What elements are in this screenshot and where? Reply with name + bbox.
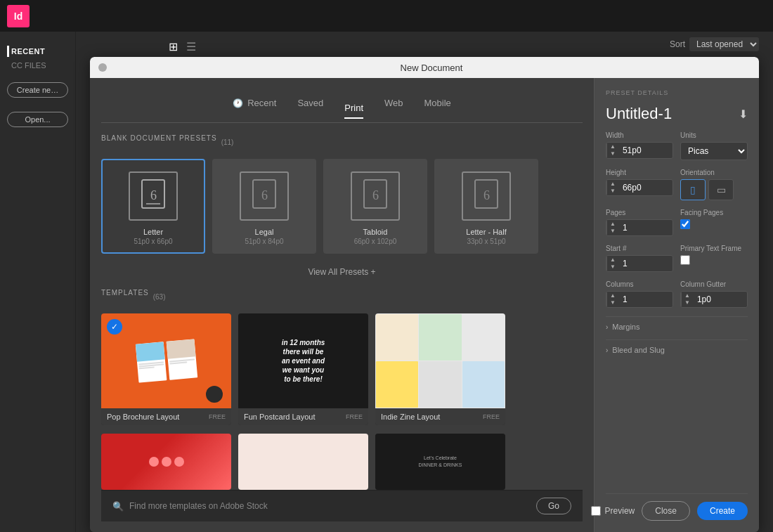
start-down-button[interactable]: ▼ (607, 264, 618, 271)
preset-letter-half[interactable]: 6 Letter - Half 33p0 x 51p0 (434, 159, 538, 254)
width-input-wrap: ▲ ▼ (606, 142, 673, 159)
template-bottom-2[interactable] (238, 434, 368, 490)
template-pop-brochure-info: Pop Brochure Layout FREE (101, 408, 231, 425)
sidebar-item-cc-files[interactable]: CC FILES (7, 60, 68, 71)
blank-presets-count: (11) (221, 138, 234, 146)
content-area: ⊞ ☰ Sort Last opened New Document (76, 32, 773, 532)
template-fun-postcard[interactable]: in 12 monthsthere will bean event andwe … (238, 313, 368, 425)
height-spinner[interactable]: ▲ ▼ (606, 181, 618, 195)
template-bottom-3[interactable]: Let's CelebrateDINNER & DRINKS (375, 434, 505, 490)
brochure-page-2-text (167, 356, 196, 366)
fun-postcard-name: Fun Postcard Layout (244, 413, 316, 421)
width-spinner[interactable]: ▲ ▼ (606, 143, 618, 157)
traffic-light-close[interactable] (98, 63, 107, 72)
start-spinner[interactable]: ▲ ▼ (606, 257, 618, 271)
search-bar: 🔍 Find more templates on Adobe Stock Go (101, 490, 583, 521)
dialog-body: 🕐 Recent Saved Print Web (90, 78, 759, 532)
preview-checkbox[interactable] (591, 506, 601, 516)
svg-text:6: 6 (483, 188, 490, 202)
brochure-page-2 (166, 339, 197, 379)
column-gutter-input[interactable] (693, 292, 747, 307)
download-icon-button[interactable]: ⬇ (739, 108, 748, 121)
app-icon: Id (7, 5, 30, 27)
form-field-units: Units Picas (680, 131, 748, 160)
column-gutter-spinner[interactable]: ▲ ▼ (681, 292, 693, 306)
template-bottom-2-thumb (238, 434, 368, 490)
templates-grid: ✓ Pop Brochure Layout FREE (101, 313, 583, 425)
sort-select[interactable]: Last opened (689, 37, 759, 51)
tab-recent-label: Recent (247, 98, 276, 108)
width-up-button[interactable]: ▲ (607, 143, 618, 150)
pages-down-button[interactable]: ▼ (607, 228, 618, 235)
form-field-height: Height ▲ ▼ (606, 169, 673, 196)
columns-up-button[interactable]: ▲ (607, 292, 618, 299)
pages-up-button[interactable]: ▲ (607, 221, 618, 228)
close-button[interactable]: Close (642, 501, 690, 521)
start-up-button[interactable]: ▲ (607, 257, 618, 264)
form-row-columns: Columns ▲ ▼ Column Gutter (606, 280, 748, 308)
height-input-wrap: ▲ ▼ (606, 179, 673, 196)
units-select[interactable]: Picas (680, 142, 748, 160)
template-indie-zine[interactable]: Indie Zine Layout FREE (375, 313, 505, 425)
bleed-slug-header[interactable]: › Bleed and Slug (606, 346, 748, 354)
width-input[interactable] (618, 143, 673, 158)
pages-input-wrap: ▲ ▼ (606, 219, 673, 236)
template-fun-postcard-thumb: in 12 monthsthere will bean event andwe … (238, 313, 368, 408)
pages-spinner[interactable]: ▲ ▼ (606, 221, 618, 235)
main-layout: RECENT CC FILES Create ne… Open... ⊞ ☰ S… (0, 32, 773, 532)
primary-text-frame-checkbox-row (680, 255, 748, 265)
create-new-button[interactable]: Create ne… (7, 82, 68, 98)
primary-text-frame-checkbox[interactable] (680, 255, 690, 265)
columns-label: Columns (606, 280, 673, 288)
height-input[interactable] (618, 180, 673, 195)
column-gutter-down-button[interactable]: ▼ (682, 299, 693, 306)
columns-down-button[interactable]: ▼ (607, 299, 618, 306)
template-pop-brochure[interactable]: ✓ Pop Brochure Layout FREE (101, 313, 231, 425)
facing-pages-checkbox-row (680, 219, 748, 229)
height-up-button[interactable]: ▲ (607, 181, 618, 188)
primary-text-frame-label: Primary Text Frame (680, 245, 748, 252)
list-view-button[interactable]: ☰ (185, 39, 197, 55)
portrait-orientation-button[interactable]: ▯ (680, 179, 706, 200)
sidebar-item-recent[interactable]: RECENT (7, 46, 68, 57)
preset-legal[interactable]: 6 Legal 51p0 x 84p0 (212, 159, 316, 254)
open-button[interactable]: Open... (7, 112, 68, 127)
form-field-pages: Pages ▲ ▼ (606, 209, 673, 236)
pages-input[interactable] (618, 220, 673, 235)
tab-saved[interactable]: Saved (297, 95, 323, 111)
template-indie-zine-info: Indie Zine Layout FREE (375, 408, 505, 425)
sort-label: Sort (670, 39, 685, 49)
template-bottom-1[interactable] (101, 434, 231, 490)
search-inner: 🔍 Find more templates on Adobe Stock (112, 501, 529, 512)
landscape-orientation-button[interactable]: ▭ (708, 179, 734, 200)
columns-spinner[interactable]: ▲ ▼ (606, 292, 618, 306)
width-label: Width (606, 131, 673, 139)
search-go-button[interactable]: Go (536, 498, 571, 514)
top-bar: Id (0, 0, 773, 32)
grid-view-button[interactable]: ⊞ (167, 39, 179, 55)
margins-header[interactable]: › Margins (606, 323, 748, 331)
presets-grid: 6 Letter 51p0 x 66p0 (101, 159, 583, 254)
tab-recent[interactable]: 🕐 Recent (233, 95, 276, 111)
template-indie-zine-thumb (375, 313, 505, 408)
create-button[interactable]: Create (697, 502, 748, 520)
preset-legal-name: Legal (255, 228, 274, 236)
brochure-pages (135, 339, 197, 382)
preset-letter[interactable]: 6 Letter 51p0 x 66p0 (101, 159, 205, 254)
column-gutter-up-button[interactable]: ▲ (682, 292, 693, 299)
width-down-button[interactable]: ▼ (607, 150, 618, 157)
tab-mobile[interactable]: Mobile (424, 95, 451, 111)
tab-web[interactable]: Web (384, 95, 403, 111)
brochure-page-2-img (166, 339, 195, 358)
view-all-presets: View All Presets + (101, 265, 583, 278)
height-down-button[interactable]: ▼ (607, 188, 618, 195)
tab-print[interactable]: Print (344, 100, 363, 119)
tab-print-label: Print (344, 103, 363, 113)
columns-input[interactable] (618, 292, 673, 307)
facing-pages-checkbox[interactable] (680, 219, 690, 229)
form-field-start: Start # ▲ ▼ (606, 245, 673, 272)
start-input[interactable] (618, 256, 673, 271)
templates-row-bottom: Let's CelebrateDINNER & DRINKS (101, 434, 583, 490)
view-all-presets-button[interactable]: View All Presets + (308, 267, 375, 277)
preset-tabloid[interactable]: 6 Tabloid 66p0 x 102p0 (323, 159, 427, 254)
